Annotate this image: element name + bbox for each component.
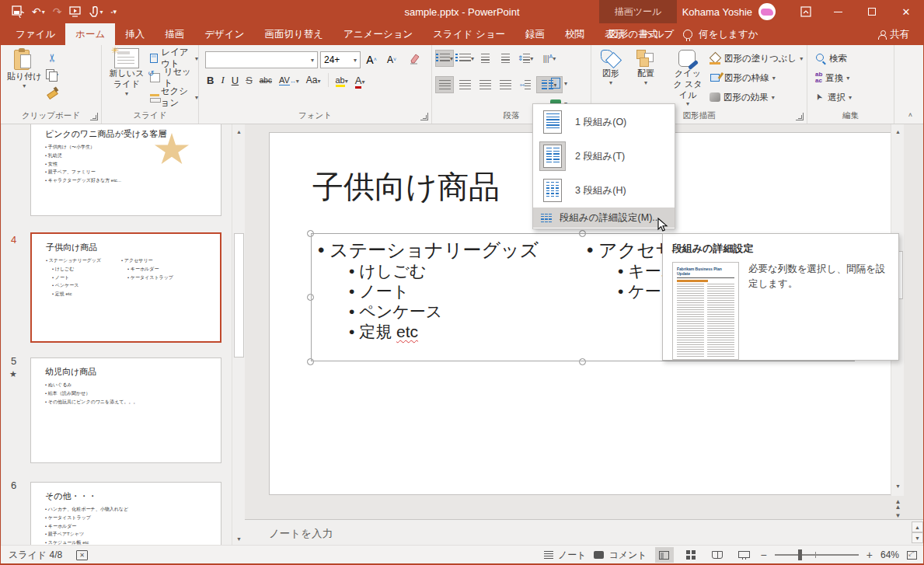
zoom-in-button[interactable]: + (866, 549, 873, 561)
previous-slide-button[interactable]: ▲▲ (891, 499, 904, 511)
replace-button[interactable]: abac置換▾ (815, 69, 852, 86)
avatar[interactable] (758, 3, 776, 20)
textbox-handle-top-mid[interactable] (579, 230, 586, 237)
zoom-slider[interactable] (775, 554, 859, 556)
textbox-handle-top-left[interactable] (307, 230, 314, 237)
thumb-scroll-thumb[interactable] (234, 233, 244, 357)
menu-item-three-columns[interactable]: 3 段組み(H) (533, 173, 675, 208)
slideshow-view-button[interactable] (734, 547, 753, 563)
notes-pane[interactable]: ノートを入力 ▲ ▼ (245, 519, 924, 546)
tab-review[interactable]: 校閲 (555, 23, 594, 45)
paste-button[interactable]: 貼り付け ▾ (7, 48, 42, 90)
collapse-ribbon-icon[interactable]: ˄ (908, 111, 912, 119)
ribbon-display-options-icon[interactable] (791, 0, 821, 23)
tab-file[interactable]: ファイル (5, 23, 65, 45)
numbering-button[interactable]: ▾ (455, 50, 474, 67)
editor-scroll-up-icon[interactable]: ▲ (892, 126, 904, 138)
thumbnail-slide-5[interactable]: 幼児向け商品 ぬいぐるみ 絵本（読み聞かせ） その他玩具にピンクのワニを添えて。… (30, 357, 221, 463)
change-case-button[interactable]: Aa▾ (306, 75, 321, 85)
text-highlight-button[interactable]: ab▾ (336, 75, 348, 85)
tab-animations[interactable]: アニメーション (333, 23, 423, 45)
text-direction-button[interactable]: |||A▾ (536, 50, 563, 67)
decrease-font-size-button[interactable]: A˅ (384, 51, 399, 68)
underline-button[interactable]: U (232, 75, 239, 86)
touch-mode-dropdown-icon[interactable]: ▾ (99, 9, 103, 16)
select-button[interactable]: 選択▾ (815, 89, 852, 106)
reading-view-button[interactable] (708, 547, 727, 563)
minimize-button[interactable] (821, 0, 855, 23)
copy-icon[interactable]: ▾ (46, 68, 58, 81)
maximize-button[interactable] (855, 0, 889, 23)
thumb-scroll-down-icon[interactable]: ▼ (233, 533, 245, 545)
customize-qat-icon[interactable]: ⹀▾ (111, 8, 117, 16)
justify-button[interactable] (496, 76, 514, 93)
tell-me-box[interactable]: 何をしますか (683, 23, 758, 45)
menu-item-more-columns[interactable]: 段組みの詳細設定(M)... (533, 208, 675, 228)
italic-button[interactable]: I (221, 74, 224, 86)
layout-button[interactable]: レイアウト▾ (150, 50, 198, 67)
shape-fill-button[interactable]: 図形の塗りつぶし▾ (710, 50, 803, 67)
slide-sorter-view-button[interactable] (682, 547, 700, 563)
thumbnail-scrollbar[interactable]: ▲ ▼ (232, 124, 245, 546)
clipboard-dialog-launcher[interactable] (90, 113, 98, 120)
quick-styles-button[interactable]: クイック スタイル ▾ (669, 48, 706, 108)
bold-button[interactable]: B (207, 75, 214, 86)
notes-toggle-button[interactable]: ノート (544, 549, 587, 562)
fit-slide-to-window-button[interactable] (907, 551, 917, 560)
tab-home[interactable]: ホーム (65, 23, 115, 45)
shape-outline-button[interactable]: 図形の枠線▾ (710, 69, 803, 86)
start-slideshow-icon[interactable] (69, 6, 81, 17)
menu-item-two-columns[interactable]: 2 段組み(T) (533, 139, 675, 173)
character-spacing-button[interactable]: AV↔▾ (279, 75, 299, 85)
notes-placeholder[interactable]: ノートを入力 (269, 527, 333, 541)
strikethrough-button[interactable]: S (246, 75, 253, 86)
tab-draw[interactable]: 描画 (155, 23, 194, 45)
font-size-combo[interactable]: 24+▾ (320, 51, 361, 68)
clear-formatting-button[interactable] (407, 51, 423, 67)
shape-effects-button[interactable]: 図形の効果▾ (710, 89, 803, 106)
textbox-handle-mid-left[interactable] (307, 294, 314, 301)
arrange-button[interactable]: 配置 ▾ (635, 48, 657, 87)
reset-button[interactable]: リセット (150, 69, 198, 86)
subscript-strike-button[interactable]: abc (260, 76, 272, 85)
account-user-name[interactable]: Kohama Yoshie (682, 6, 752, 18)
find-button[interactable]: 検索 (815, 50, 852, 67)
menu-item-one-column[interactable]: 1 段組み(O) (533, 105, 675, 139)
line-spacing-button[interactable]: ⇕▾ (516, 50, 535, 67)
increase-indent-button[interactable] (496, 50, 514, 67)
tab-transitions[interactable]: 画面切り替え (254, 23, 333, 45)
touch-mode-button[interactable]: ▾ (89, 6, 103, 18)
bullets-button[interactable]: ▾ (435, 50, 454, 67)
shapes-button[interactable]: 図形 ▾ (599, 48, 622, 87)
zoom-level[interactable]: 64% (880, 549, 899, 560)
tab-record[interactable]: 録画 (515, 23, 555, 45)
undo-dropdown-icon[interactable]: ▾ (42, 9, 45, 16)
thumbnail-slide-3[interactable]: ピンクのワニ商品が受ける客層 子供向け（〜小学生） 乳幼児 女性 親子ペア、ファ… (30, 124, 221, 216)
tab-design[interactable]: デザイン (194, 23, 254, 45)
zoom-out-button[interactable]: − (761, 549, 767, 561)
undo-button[interactable]: ↶▾ (32, 5, 45, 18)
slide-title[interactable]: 子供向け商品 (312, 166, 500, 208)
tab-slideshow[interactable]: スライド ショー (423, 23, 515, 45)
notes-scroll-up-icon[interactable]: ▲ (912, 521, 923, 532)
textbox-handle-bottom-mid[interactable] (579, 358, 586, 365)
distribute-button[interactable]: ⇿ (516, 76, 535, 93)
section-button[interactable]: セクション▾ (150, 89, 198, 106)
share-button[interactable]: 共有 (878, 23, 909, 45)
font-color-button[interactable]: A▾ (355, 75, 365, 86)
font-name-combo[interactable]: ▾ (205, 51, 318, 68)
slide-indicator[interactable]: スライド 4/8 (9, 549, 62, 562)
align-right-button[interactable] (476, 76, 494, 93)
decrease-indent-button[interactable] (476, 50, 494, 67)
comments-toggle-button[interactable]: コメント (594, 549, 647, 562)
align-center-button[interactable] (455, 76, 474, 93)
zoom-slider-thumb[interactable] (798, 549, 802, 560)
notes-scroll-down-icon[interactable]: ▼ (912, 532, 923, 543)
align-text-button[interactable]: ▾ (550, 75, 567, 92)
close-button[interactable]: ✕ (889, 0, 923, 23)
increase-font-size-button[interactable]: A˄ (364, 51, 379, 68)
font-dialog-launcher[interactable] (420, 113, 428, 120)
tab-insert[interactable]: 挿入 (115, 23, 155, 45)
editor-scroll-down-icon[interactable]: ▼ (892, 480, 904, 492)
thumbnail-slide-4[interactable]: 子供向け商品 ステーショナリーグッズ けしごむ ノート ペンケース 定規 etc… (30, 232, 221, 343)
